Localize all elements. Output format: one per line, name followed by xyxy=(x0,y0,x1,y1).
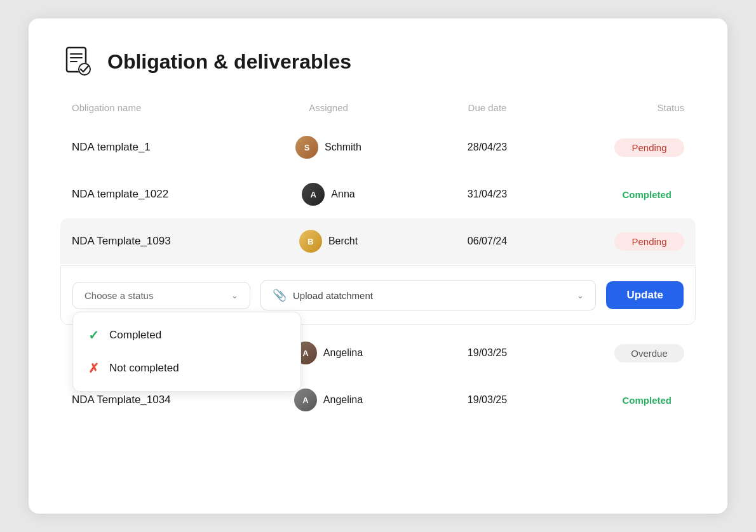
expanded-controls: Choose a status ⌄ ✓ Completed ✗ Not comp… xyxy=(72,280,684,310)
upload-attachment-dropdown[interactable]: 📎 Upload atatchment ⌄ xyxy=(260,280,596,310)
col-due-date: Due date xyxy=(417,102,557,113)
status-badge: Overdue xyxy=(614,344,684,362)
due-date: 19/03/25 xyxy=(417,347,557,359)
status-badge: Completed xyxy=(609,391,684,409)
chevron-down-icon: ⌄ xyxy=(231,291,238,300)
status-badge: Completed xyxy=(609,185,684,204)
status-cell: Pending xyxy=(557,232,684,251)
chevron-down-icon: ⌄ xyxy=(577,291,584,300)
update-button[interactable]: Update xyxy=(606,281,684,309)
status-cell: Pending xyxy=(557,138,684,157)
avatar: B xyxy=(299,230,322,253)
assigned-cell: S Schmith xyxy=(240,136,417,159)
due-date: 31/04/23 xyxy=(417,189,557,200)
status-badge: Pending xyxy=(614,232,684,251)
avatar: A xyxy=(302,183,325,206)
due-date: 06/07/24 xyxy=(417,236,557,247)
status-dropdown-menu: ✓ Completed ✗ Not completed xyxy=(72,312,301,392)
status-badge: Pending xyxy=(614,138,684,157)
dropdown-item-not-completed[interactable]: ✗ Not completed xyxy=(73,352,300,385)
dropdown-item-label: Not completed xyxy=(109,362,179,375)
due-date: 19/03/25 xyxy=(417,394,557,406)
status-cell: Completed xyxy=(557,391,684,409)
dropdown-item-label: Completed xyxy=(109,329,161,342)
row-name: NDA Template_1034 xyxy=(72,394,240,406)
table-header: Obligation name Assigned Due date Status xyxy=(60,102,696,121)
check-icon: ✓ xyxy=(88,328,99,343)
assigned-name: Bercht xyxy=(328,236,358,247)
assigned-name: Anna xyxy=(331,189,354,200)
table-row[interactable]: NDA template_1022 A Anna 31/04/23 Comple… xyxy=(60,171,696,217)
assigned-cell: A Anna xyxy=(240,183,417,206)
row-name: NDA template_1 xyxy=(72,141,240,154)
due-date: 28/04/23 xyxy=(417,142,557,153)
assigned-name: Schmith xyxy=(325,142,361,153)
upload-label: Upload atatchment xyxy=(293,290,373,301)
row-name: NDA Template_1093 xyxy=(72,235,240,248)
table-row[interactable]: NDA template_1 S Schmith 28/04/23 Pendin… xyxy=(60,124,696,170)
table-body: NDA template_1 S Schmith 28/04/23 Pendin… xyxy=(60,124,696,423)
page-title: Obligation & deliverables xyxy=(107,50,351,74)
status-cell: Completed xyxy=(557,185,684,204)
x-icon: ✗ xyxy=(88,361,99,376)
status-dropdown[interactable]: Choose a status ⌄ xyxy=(72,282,250,309)
paperclip-icon: 📎 xyxy=(273,288,287,302)
main-card: Obligation & deliverables Obligation nam… xyxy=(29,18,727,514)
upload-inner: 📎 Upload atatchment xyxy=(273,288,373,302)
assigned-name: Angelina xyxy=(323,347,363,359)
avatar: S xyxy=(295,136,318,159)
dropdown-item-completed[interactable]: ✓ Completed xyxy=(73,319,300,352)
assigned-cell: A Angelina xyxy=(240,389,417,411)
status-dropdown-wrapper: Choose a status ⌄ ✓ Completed ✗ Not comp… xyxy=(72,282,250,309)
obligation-icon xyxy=(60,44,96,79)
col-obligation-name: Obligation name xyxy=(72,102,240,113)
col-status: Status xyxy=(557,102,684,113)
col-assigned: Assigned xyxy=(240,102,417,113)
assigned-cell: B Bercht xyxy=(240,230,417,253)
assigned-name: Angelina xyxy=(323,394,363,406)
avatar: A xyxy=(294,389,317,411)
row-name: NDA template_1022 xyxy=(72,188,240,201)
expanded-area: Choose a status ⌄ ✓ Completed ✗ Not comp… xyxy=(60,265,696,325)
status-dropdown-label: Choose a status xyxy=(84,290,153,301)
table-row[interactable]: NDA Template_1093 B Bercht 06/07/24 Pend… xyxy=(60,218,696,264)
status-cell: Overdue xyxy=(557,344,684,362)
page-header: Obligation & deliverables xyxy=(60,44,696,79)
